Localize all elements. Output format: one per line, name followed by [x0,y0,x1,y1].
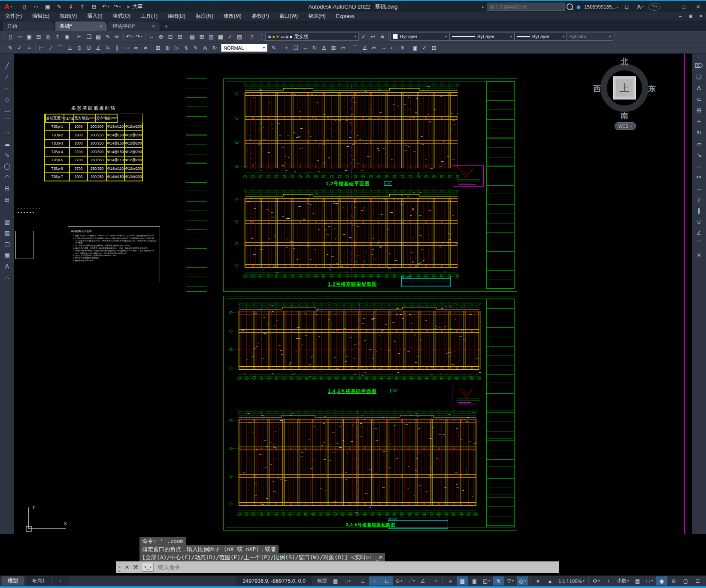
undefined[interactable] [442,577,443,585]
dim-style-dropdown[interactable]: NORMAL [221,44,267,52]
undefined[interactable] [530,577,530,585]
qnew-icon[interactable]: ▯ [19,2,30,12]
selection-cycling-icon[interactable]: ▣ [469,576,480,585]
arc-length-dim-icon[interactable]: ⌒ [56,43,65,53]
dynamic-input-icon[interactable]: + [369,576,381,585]
menu-item[interactable]: 编辑(E) [27,12,55,21]
publish-icon[interactable]: ⇑ [53,32,62,41]
dim-space-icon[interactable]: ≍ [131,43,141,53]
help-menu-icon[interactable]: ? [648,3,661,11]
spell-check-icon[interactable]: ✓ [15,43,24,53]
close-button[interactable]: ✕ [692,2,704,12]
undefined[interactable] [245,33,246,40]
dim-edit-icon[interactable]: ✎ [191,43,200,53]
3d-object-snap-icon[interactable]: ◱ [481,576,492,585]
rotate-icon[interactable]: ↻ [310,43,319,53]
plot-icon[interactable]: ⊟ [88,2,100,12]
annotation-visibility-icon[interactable]: ★ [532,576,544,585]
revision-cloud-icon[interactable]: ☁ [2,139,12,148]
object-snap-icon[interactable]: ▫ [429,576,441,585]
arc-icon[interactable]: ⌒ [2,116,12,126]
customize-icon[interactable]: ☰ [692,576,703,585]
search-icon[interactable] [567,3,573,10]
paste-icon[interactable]: ▤ [94,32,103,41]
tolerance-icon[interactable]: ⊞ [153,43,163,53]
toolbar-grip[interactable] [3,55,11,58]
layer-previous-icon[interactable]: ↩ [368,32,378,41]
layer-states-icon[interactable]: ≡ [378,32,387,41]
mirror-icon[interactable]: ∆ [694,83,704,93]
layer-thaw-sun-icon[interactable]: ☀ [276,34,279,39]
break-at-point-icon[interactable]: ∤ [694,194,704,204]
trim-icon[interactable]: ✂ [694,172,704,182]
share-web-icon[interactable]: ◉ [62,32,72,41]
point-icon[interactable]: ∙ [2,205,12,215]
ortho-mode-icon[interactable]: ∟ [381,576,393,585]
layout1-tab[interactable]: 布局1 [26,576,51,585]
linetype-control-dropdown[interactable]: ByLayer [449,33,515,41]
autoscale-icon[interactable]: ▲ [544,576,556,585]
open-from-web-icon[interactable]: ⇓ [65,2,76,12]
menu-item[interactable]: 修改(M) [218,12,247,21]
trim-icon[interactable]: ✂ [370,43,379,53]
menu-item[interactable]: 插入(I) [82,12,107,21]
toolbar-grip[interactable] [695,55,703,58]
stretch-icon[interactable]: ↘ [694,150,704,160]
block-editor-icon[interactable]: ✏ [112,32,122,41]
baseline-dim-icon[interactable]: ∥ [112,43,122,53]
undefined[interactable] [35,44,36,51]
recent-commands-dropdown[interactable]: >_▾ [142,563,154,572]
quick-dim-icon[interactable]: ≋ [103,43,112,53]
continue-dim-icon[interactable]: ⋯ [122,43,131,53]
undo-icon[interactable]: ↶ [100,2,111,12]
erase-icon[interactable]: ⌦ [694,60,704,70]
array-icon[interactable]: ⊞ [329,43,338,53]
fillet-icon[interactable]: ⌒ [351,43,360,53]
help-icon[interactable]: ? [247,32,257,41]
signed-in-user[interactable]: 1505999135... [584,4,618,9]
menu-item[interactable]: 文件(F) [0,12,27,21]
lock-ui-icon[interactable]: ◻ [644,576,655,585]
fillet-icon[interactable]: ⌒ [694,239,704,249]
lineweight-control-dropdown[interactable]: ByLayer [515,33,567,41]
region-icon[interactable]: ▢ [2,239,12,249]
array-icon[interactable]: ⊞ [694,105,704,115]
viewcube-west-label[interactable]: 西 [593,84,601,94]
command-line-bar[interactable]: ✕ ⚒ >_▾ 键入命令 [116,561,559,573]
qsave-icon[interactable]: ▣ [42,2,53,12]
construction-line-icon[interactable]: ∕ [2,72,12,81]
open-icon[interactable]: ▱ [15,32,24,41]
maximize-button[interactable]: □ [678,2,690,12]
model-space-toggle[interactable]: 模型 [315,576,329,585]
copy-icon[interactable]: ❏ [694,72,704,81]
save-as-icon[interactable]: ✎ [54,2,65,12]
ellipse-arc-icon[interactable]: ◠ [2,172,12,182]
plot-preview-icon[interactable]: ◎ [43,32,53,41]
file-tab[interactable]: 结构平面* ✕ [108,21,160,31]
undefined[interactable] [73,33,73,40]
menu-item[interactable]: 格式(O) [108,12,136,21]
rotate-icon[interactable]: ↻ [694,127,704,137]
menu-item[interactable]: 工具(T) [136,12,163,21]
gizmo-icon[interactable]: ◎ [517,576,528,585]
sheet-set-manager-icon[interactable]: ▦ [216,32,225,41]
pan-icon[interactable]: ⇔ [147,32,156,41]
units-icon[interactable]: 小数 [615,576,631,585]
save-to-web-icon[interactable]: ⇑ [77,2,88,12]
ellipse-icon[interactable]: ◯ [2,161,12,171]
copy-clip-icon[interactable]: ❏ [84,32,94,41]
join-icon[interactable]: ∪ [694,217,704,226]
command-input[interactable]: 键入命令 [158,564,180,571]
share-button[interactable]: ➤ 共享 [126,3,142,10]
make-current-layer-icon[interactable]: ✓ [359,32,368,41]
offset-icon[interactable]: ⊂ [694,94,704,104]
undefined[interactable] [145,33,145,40]
viewcube-north-label[interactable]: 北 [621,57,628,67]
rectangle-icon[interactable]: ▭ [2,105,12,115]
radius-dim-icon[interactable]: ⊙ [75,43,84,53]
extend-icon[interactable]: → [379,43,388,53]
chamfer-icon[interactable]: ∠ [694,228,704,238]
undefined[interactable] [152,44,152,51]
offset-icon[interactable]: ⊂ [388,43,398,53]
new-icon[interactable]: ▯ [6,32,15,41]
